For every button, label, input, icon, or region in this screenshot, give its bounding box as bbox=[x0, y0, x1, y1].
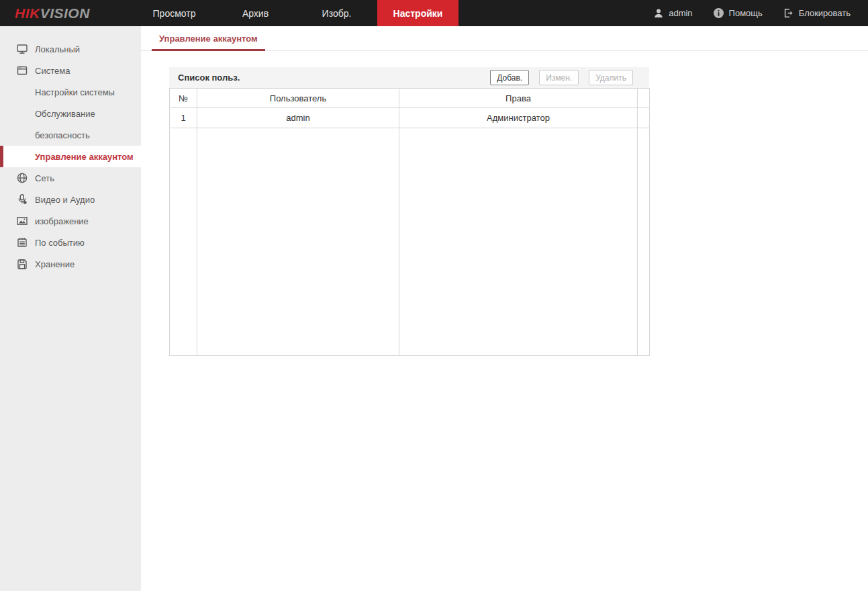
cell-row-number: 1 bbox=[170, 108, 197, 128]
sidebar-item-label: Локальный bbox=[35, 44, 80, 54]
cell-role: Администратор bbox=[399, 108, 638, 128]
current-user-label: admin bbox=[669, 8, 692, 18]
column-header-role: Права bbox=[399, 89, 638, 108]
sidebar-item-system-settings[interactable]: Настройки системы bbox=[0, 81, 141, 103]
microphone-icon bbox=[16, 193, 28, 206]
nav-live-view-label: Просмотр bbox=[153, 8, 196, 19]
nav-picture[interactable]: Изобр. bbox=[296, 0, 377, 26]
logo-text-vision: VISION bbox=[40, 5, 90, 21]
image-icon bbox=[16, 215, 28, 227]
add-user-button[interactable]: Добав. bbox=[490, 70, 529, 85]
column-header-spacer bbox=[638, 89, 650, 108]
nav-settings[interactable]: Настройки bbox=[377, 0, 459, 26]
sidebar-item-security[interactable]: безопасность bbox=[0, 124, 141, 146]
header-utilities: admin Помощь Блокировать bbox=[653, 0, 868, 26]
cell-username: admin bbox=[197, 108, 399, 128]
sidebar-item-label: Видео и Аудио bbox=[35, 195, 95, 205]
help-button[interactable]: Помощь bbox=[713, 7, 763, 19]
sidebar-item-system[interactable]: Система bbox=[0, 60, 141, 81]
sidebar-item-label: Обслуживание bbox=[35, 109, 95, 119]
sidebar-item-event[interactable]: По событию bbox=[0, 232, 141, 253]
monitor-icon bbox=[16, 43, 28, 55]
sidebar-item-video-audio[interactable]: Видео и Аудио bbox=[0, 189, 141, 210]
column-header-number: № bbox=[170, 89, 197, 108]
sidebar-item-label: Настройки системы bbox=[35, 87, 115, 97]
user-list-toolbar: Список польз. Добав. Измен. Удалить bbox=[169, 67, 649, 88]
nav-playback[interactable]: Архив bbox=[215, 0, 296, 26]
info-icon bbox=[713, 7, 724, 19]
sidebar-item-label: безопасность bbox=[35, 130, 90, 140]
delete-user-button[interactable]: Удалить bbox=[589, 70, 633, 85]
user-table: № Пользователь Права 1 admin Администрат… bbox=[169, 88, 650, 356]
window-icon bbox=[16, 64, 28, 77]
content-area: Управление аккаунтом Список польз. Добав… bbox=[141, 26, 868, 591]
help-label: Помощь bbox=[729, 8, 763, 18]
user-list-actions: Добав. Измен. Удалить bbox=[490, 70, 633, 85]
sidebar-item-label: изображение bbox=[35, 216, 89, 226]
sidebar-item-local[interactable]: Локальный bbox=[0, 38, 141, 60]
column-header-username: Пользователь bbox=[197, 89, 399, 108]
page-body: Локальный Система Настройки системы Обсл… bbox=[0, 26, 868, 591]
logo-text-hik: HIK bbox=[15, 5, 40, 21]
table-empty-area bbox=[170, 128, 650, 356]
user-list-panel: Список польз. Добав. Измен. Удалить № По… bbox=[169, 67, 649, 356]
current-user: admin bbox=[653, 8, 692, 19]
lock-button[interactable]: Блокировать bbox=[783, 7, 851, 19]
sidebar-item-label: Система bbox=[35, 66, 70, 76]
nav-playback-label: Архив bbox=[242, 8, 269, 19]
sidebar-item-label: Хранение bbox=[35, 259, 75, 269]
logout-icon bbox=[783, 7, 794, 19]
user-table-header-row: № Пользователь Права bbox=[170, 89, 650, 108]
content-tabstrip: Управление аккаунтом bbox=[141, 26, 868, 51]
top-header-bar: HIKVISION Просмотр Архив Изобр. Настройк… bbox=[0, 0, 868, 26]
storage-icon bbox=[16, 258, 28, 270]
user-icon bbox=[653, 8, 664, 19]
main-navigation: Просмотр Архив Изобр. Настройки bbox=[134, 0, 459, 26]
tab-label: Управление аккаунтом bbox=[159, 34, 258, 44]
tab-account-management[interactable]: Управление аккаунтом bbox=[152, 34, 265, 51]
settings-sidebar: Локальный Система Настройки системы Обсл… bbox=[0, 26, 141, 591]
hikvision-logo: HIKVISION bbox=[0, 0, 134, 26]
nav-picture-label: Изобр. bbox=[322, 8, 352, 19]
sidebar-item-network[interactable]: Сеть bbox=[0, 167, 141, 189]
cell-spacer bbox=[638, 108, 650, 128]
sidebar-item-storage[interactable]: Хранение bbox=[0, 253, 141, 275]
globe-icon bbox=[16, 172, 28, 184]
user-list-title: Список польз. bbox=[178, 73, 240, 83]
nav-live-view[interactable]: Просмотр bbox=[134, 0, 215, 26]
modify-user-button[interactable]: Измен. bbox=[539, 70, 579, 85]
nav-settings-label: Настройки bbox=[393, 8, 443, 19]
sidebar-item-account-management[interactable]: Управление аккаунтом bbox=[0, 146, 141, 167]
table-row[interactable]: 1 admin Администратор bbox=[170, 108, 650, 128]
lock-label: Блокировать bbox=[799, 8, 851, 18]
events-icon bbox=[16, 236, 28, 248]
sidebar-item-label: Сеть bbox=[35, 173, 54, 183]
sidebar-item-maintenance[interactable]: Обслуживание bbox=[0, 103, 141, 124]
sidebar-item-image[interactable]: изображение bbox=[0, 210, 141, 232]
sidebar-item-label: Управление аккаунтом bbox=[35, 152, 134, 162]
sidebar-item-label: По событию bbox=[35, 238, 85, 248]
